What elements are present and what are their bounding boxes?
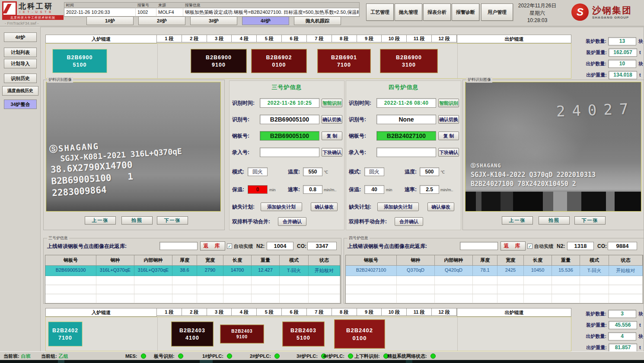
- recog-id-label: 识别号:: [232, 115, 249, 124]
- table-row[interactable]: B2B69005100316L+Q370qE316L+Q370qE38.6279…: [45, 266, 340, 276]
- return-plate-input[interactable]: [460, 242, 498, 250]
- status-value: 乙组: [59, 353, 68, 360]
- hold-unit: min: [386, 185, 392, 195]
- menu-button[interactable]: 抛丸管理: [395, 3, 422, 21]
- confirm-switch-button[interactable]: 确认切换: [322, 115, 342, 124]
- stat-label: 装炉重量:: [580, 49, 607, 56]
- hold-field[interactable]: 40: [364, 185, 384, 194]
- furnace3-camera-image[interactable]: ⓈSHAGANGSGJX-K081-2021 316L+Q370qE38.6X2…: [46, 82, 221, 212]
- capture-button[interactable]: 拍照: [121, 216, 153, 225]
- return-to-storage-button[interactable]: 返 库: [501, 241, 526, 251]
- menu-button[interactable]: 报警诊断: [452, 3, 479, 21]
- table-header-row: 钢板号钢种内部钢种厚度宽度长度重量模式状态: [346, 255, 643, 266]
- menu-button[interactable]: 用户管理: [481, 3, 513, 21]
- add-missing-plan-button[interactable]: 添加缺失计划: [377, 202, 419, 211]
- plate-block[interactable]: B2B2403 5100: [282, 321, 325, 347]
- segment-header: 10 段: [381, 308, 407, 316]
- plate-table: 钢板号钢种内部钢种厚度宽度长度重量模式状态 B2B69005100316L+Q3…: [45, 255, 341, 304]
- sidebar-button[interactable]: 计划列表: [4, 48, 37, 57]
- ai-recognize-button[interactable]: 智能识别: [322, 99, 342, 107]
- furnace-tab[interactable]: 1#炉: [86, 16, 134, 25]
- stencil-line: SGJX-K104-2022 Q370qD 2202010313: [471, 170, 596, 180]
- plate-block[interactable]: B2B6902 0100: [251, 49, 307, 73]
- sidebar-button[interactable]: 4#炉: [4, 32, 37, 42]
- status-item: 当前班: 白班: [3, 353, 31, 360]
- tray-divider: [157, 44, 158, 78]
- prev-image-button[interactable]: 上一张: [85, 216, 116, 225]
- next-image-button[interactable]: 下一张: [157, 216, 188, 225]
- table-row[interactable]: B2B24027100Q370qDQ420qD78.124251045015.5…: [346, 266, 643, 276]
- plate-block[interactable]: B2B2402 7100: [48, 321, 83, 347]
- table-cell: 14700: [223, 266, 252, 276]
- roller-out-header-top: 出炉辊道: [457, 35, 571, 43]
- confirm-modify-button[interactable]: 确认修改: [311, 202, 338, 211]
- furnace-tab[interactable]: 3#炉: [190, 16, 237, 25]
- status-label: MES:: [125, 353, 137, 359]
- plate-block[interactable]: B2B6901 7100: [317, 49, 371, 73]
- temp-label: 温度:: [405, 167, 417, 177]
- rate-field[interactable]: 0.8: [303, 185, 322, 194]
- menu-button[interactable]: 报表分析: [423, 3, 451, 21]
- furnace-tab[interactable]: 4#炉: [242, 16, 289, 25]
- plate-block[interactable]: B2B6900 9100: [191, 49, 247, 73]
- return-to-storage-button[interactable]: 返 库: [200, 241, 225, 251]
- auto-record-label: 自动实绩: [534, 242, 553, 251]
- furnace-tab[interactable]: 抛丸机跟踪: [294, 16, 341, 25]
- plate-id-line2: 0100: [272, 62, 286, 68]
- temp-field[interactable]: 500: [420, 167, 439, 176]
- mode-field[interactable]: 回火: [248, 167, 268, 176]
- table-header-cell: 厚度: [473, 255, 497, 266]
- sidebar-button[interactable]: 识别历史: [4, 74, 37, 83]
- sidebar-button[interactable]: 34炉整合: [4, 100, 37, 109]
- plate-id-line2: 5100: [296, 335, 310, 341]
- plate-block[interactable]: B2B2403 9100: [220, 324, 264, 344]
- status-label: 3#炉PLC:: [296, 353, 318, 360]
- merge-confirm-button[interactable]: 合并确认: [395, 217, 423, 226]
- sidebar-button[interactable]: 温度曲线历史: [2, 86, 38, 96]
- status-dot-icon: [141, 353, 146, 359]
- table-header-cell: 状态: [609, 255, 643, 266]
- entry-no-input[interactable]: [376, 148, 436, 157]
- next-plate-confirm-button[interactable]: 下块确认: [438, 148, 459, 157]
- table-header-cell: 厚度: [172, 255, 197, 266]
- table-header-cell: 模式: [280, 255, 309, 266]
- ai-recognize-button[interactable]: 智能识别: [438, 99, 459, 107]
- segment-header: 1 段: [156, 35, 182, 42]
- panel-title: 三号炉信息: [230, 84, 344, 91]
- prev-image-button[interactable]: 上一张: [502, 216, 533, 225]
- auto-record-checkbox[interactable]: [527, 244, 532, 249]
- next-image-button[interactable]: 下一张: [574, 216, 606, 225]
- sidebar-button[interactable]: 计划导入: [4, 59, 37, 68]
- status-dot-icon: [178, 353, 183, 359]
- capture-button[interactable]: 拍照: [539, 216, 570, 225]
- confirm-modify-button[interactable]: 确认修改: [427, 202, 454, 211]
- co-value: 3347: [307, 242, 337, 250]
- copy-button[interactable]: 复 制: [438, 132, 459, 140]
- merge-confirm-button[interactable]: 合并确认: [278, 217, 306, 226]
- mode-field[interactable]: 回火: [364, 167, 384, 176]
- segment-header: 9 段: [357, 308, 382, 316]
- entry-no-input[interactable]: [260, 148, 319, 157]
- next-plate-confirm-button[interactable]: 下块确认: [322, 148, 342, 157]
- rate-field[interactable]: 2.5: [420, 185, 439, 194]
- plate-block[interactable]: B2B2402 0100: [334, 319, 385, 349]
- segment-header: 7 段: [306, 35, 332, 42]
- auto-record-checkbox[interactable]: [227, 244, 232, 249]
- segment-header: 5 段: [256, 308, 282, 316]
- copy-button[interactable]: 复 制: [322, 132, 342, 140]
- plate-block[interactable]: B2B6900 5100: [52, 49, 107, 73]
- plate-block[interactable]: B2B6900 3100: [380, 49, 438, 73]
- plate-block[interactable]: B2B2403 4100: [171, 321, 214, 347]
- time-text: 10:28:03: [509, 17, 565, 24]
- furnace-tab[interactable]: 2#炉: [138, 16, 185, 25]
- temp-field[interactable]: 550: [303, 167, 322, 176]
- furnace4-camera-image[interactable]: 24027 ⓈSHAGANGSGJX-K104-2022 Q370qD 2202…: [465, 82, 641, 212]
- recog-time-label: 识别时间:: [349, 98, 371, 108]
- add-missing-plan-button[interactable]: 添加缺失计划: [261, 202, 302, 211]
- segment-header: 4 段: [231, 35, 257, 42]
- confirm-switch-button[interactable]: 确认切换: [438, 115, 459, 124]
- plate-no-field: B2B69005100: [260, 131, 319, 141]
- menu-button[interactable]: 工艺管理: [366, 3, 394, 21]
- hold-field[interactable]: 0: [248, 185, 268, 194]
- return-plate-input[interactable]: [159, 242, 198, 250]
